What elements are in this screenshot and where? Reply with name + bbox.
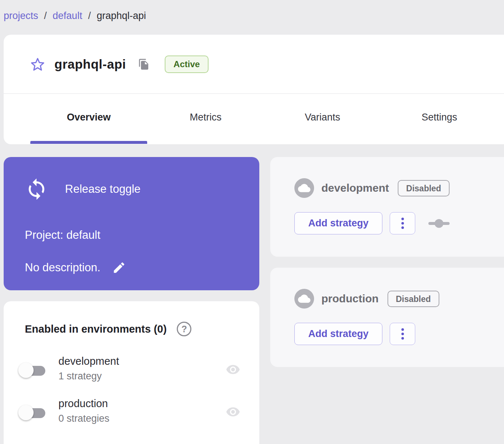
breadcrumb-separator: / bbox=[44, 10, 47, 22]
enabled-environments-panel: Enabled in environments (0) ? developmen… bbox=[4, 301, 259, 444]
copy-name-button[interactable] bbox=[138, 58, 150, 70]
environment-avatar bbox=[294, 289, 314, 309]
enabled-environments-title: Enabled in environments (0) bbox=[25, 323, 167, 335]
environment-card-name: development bbox=[321, 182, 389, 194]
development-toggle-switch[interactable] bbox=[18, 362, 52, 379]
show-environment-button[interactable] bbox=[224, 362, 242, 377]
pencil-icon bbox=[112, 261, 126, 275]
edit-description-button[interactable] bbox=[111, 260, 127, 275]
show-environment-button[interactable] bbox=[224, 404, 242, 420]
question-mark-icon: ? bbox=[182, 325, 187, 334]
description-label: No description. bbox=[25, 261, 100, 274]
status-badge: Active bbox=[165, 56, 209, 73]
breadcrumb: projects / default / graphql-api bbox=[4, 10, 146, 22]
toggle-type-row: Release toggle bbox=[25, 177, 141, 201]
cloud-icon bbox=[298, 182, 310, 194]
breadcrumb-default-link[interactable]: default bbox=[53, 10, 82, 22]
breadcrumb-projects-link[interactable]: projects bbox=[4, 10, 38, 22]
production-card-header: production Disabled bbox=[294, 289, 439, 309]
environment-status-badge: Disabled bbox=[387, 291, 439, 307]
toggle-thumb bbox=[18, 363, 34, 378]
environment-status-badge: Disabled bbox=[398, 180, 450, 196]
development-card-header: development Disabled bbox=[294, 178, 450, 198]
tab-metrics[interactable]: Metrics bbox=[147, 94, 264, 141]
release-toggle-icon bbox=[25, 177, 48, 201]
development-card-actions: Add strategy bbox=[294, 212, 450, 234]
feature-header-row: graphql-api Active bbox=[4, 35, 504, 94]
environment-row-development: development 1 strategy bbox=[18, 355, 245, 386]
eye-icon bbox=[224, 362, 242, 377]
more-options-button[interactable] bbox=[390, 212, 415, 234]
kebab-icon bbox=[401, 328, 404, 331]
environment-name: development bbox=[58, 355, 119, 367]
project-label: Project: default bbox=[25, 229, 100, 242]
development-strategies-card: development Disabled Add strategy bbox=[270, 157, 504, 257]
page-title: graphql-api bbox=[54, 57, 126, 72]
star-icon bbox=[30, 57, 45, 72]
favorite-button[interactable] bbox=[30, 57, 45, 72]
environment-card-name: production bbox=[321, 292, 379, 305]
production-toggle-switch[interactable] bbox=[18, 404, 52, 422]
feature-meta-card: Release toggle Project: default No descr… bbox=[4, 157, 259, 290]
feature-page: projects / default / graphql-api graphql… bbox=[0, 0, 504, 444]
environment-strategy-count: 1 strategy bbox=[58, 371, 102, 382]
toggle-type-label: Release toggle bbox=[65, 183, 141, 196]
tab-overview[interactable]: Overview bbox=[30, 94, 147, 141]
more-options-button[interactable] bbox=[390, 323, 415, 345]
kebab-icon bbox=[401, 218, 404, 220]
tab-settings[interactable]: Settings bbox=[381, 94, 498, 141]
environment-row-production: production 0 strategies bbox=[18, 398, 245, 428]
cloud-icon bbox=[298, 292, 310, 305]
environment-avatar bbox=[294, 178, 314, 198]
add-strategy-button[interactable]: Add strategy bbox=[294, 212, 382, 234]
production-strategies-card: production Disabled Add strategy bbox=[270, 268, 504, 367]
tab-variants[interactable]: Variants bbox=[264, 94, 381, 141]
breadcrumb-current: graphql-api bbox=[97, 10, 146, 22]
feature-header-card: graphql-api Active Overview Metrics Vari… bbox=[4, 35, 504, 144]
breadcrumb-separator: / bbox=[88, 10, 91, 22]
environment-name: production bbox=[58, 398, 108, 410]
environment-strategy-count: 0 strategies bbox=[58, 413, 110, 424]
add-strategy-button[interactable]: Add strategy bbox=[294, 323, 382, 345]
eye-icon bbox=[224, 405, 242, 419]
feature-tabs: Overview Metrics Variants Settings bbox=[4, 94, 504, 144]
description-row: No description. bbox=[25, 260, 127, 275]
toggle-thumb bbox=[18, 405, 34, 420]
active-tab-indicator bbox=[30, 141, 147, 144]
help-button[interactable]: ? bbox=[177, 322, 191, 336]
production-card-actions: Add strategy bbox=[294, 323, 415, 345]
copy-icon bbox=[138, 58, 150, 70]
strategy-indicator-icon bbox=[428, 219, 450, 228]
